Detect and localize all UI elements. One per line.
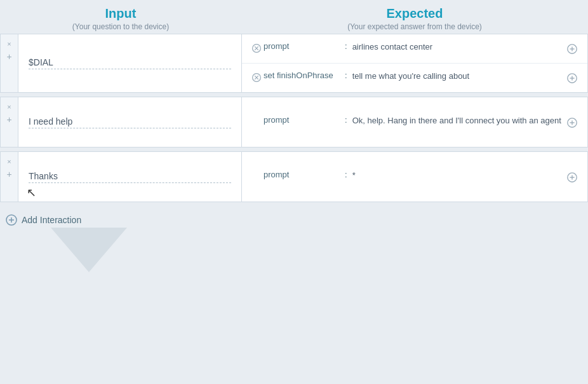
expected-row-3: prompt : Ok, help. Hang in there and I'l… bbox=[242, 108, 587, 137]
add-block-thanks-button[interactable]: + bbox=[4, 168, 15, 180]
prompt-label-4: prompt bbox=[264, 169, 340, 179]
prompt-label-2: set finishOnPhrase bbox=[264, 70, 340, 80]
input-title: Input bbox=[0, 6, 241, 21]
arrow-decoration bbox=[51, 228, 127, 272]
add-expected-row-4-button[interactable] bbox=[565, 170, 580, 185]
remove-block-thanks-button[interactable]: × bbox=[4, 156, 15, 167]
prompt-label-3: prompt bbox=[264, 114, 340, 125]
input-subtitle: (Your question to the device) bbox=[0, 22, 241, 31]
block-input-thanks: Thanks bbox=[18, 152, 242, 202]
add-expected-row-3-button[interactable] bbox=[565, 115, 580, 130]
interaction-block-thanks: × + Thanks prompt : * bbox=[0, 151, 588, 202]
expected-row-4: prompt : * bbox=[242, 163, 587, 191]
remove-row-1-button[interactable] bbox=[250, 41, 264, 55]
interaction-block-help: × + I need help prompt : Ok, help. Hang … bbox=[0, 97, 588, 147]
answer-text-2: tell me what you're calling about bbox=[352, 70, 565, 83]
expected-row-1: prompt : airlines contact center bbox=[242, 34, 587, 64]
remove-row-2-button[interactable] bbox=[250, 71, 264, 85]
add-expected-row-2-button[interactable] bbox=[565, 71, 580, 86]
answer-text-1: airlines contact center bbox=[352, 41, 565, 53]
colon-1: : bbox=[345, 41, 347, 51]
block-expected-help: prompt : Ok, help. Hang in there and I'l… bbox=[242, 97, 587, 147]
remove-block-dial-button[interactable]: × bbox=[4, 38, 15, 50]
header-expected-column: Expected (Your expected answer from the … bbox=[241, 6, 588, 31]
side-controls-help: × + bbox=[1, 97, 18, 147]
header-input-column: Input (Your question to the device) bbox=[0, 6, 241, 31]
colon-2: : bbox=[345, 70, 347, 80]
block-expected-dial: prompt : airlines contact center bbox=[242, 34, 587, 92]
add-block-dial-button[interactable]: + bbox=[4, 51, 15, 62]
expected-subtitle: (Your expected answer from the device) bbox=[241, 22, 588, 31]
block-input-help: I need help bbox=[18, 97, 242, 147]
block-expected-thanks: prompt : * bbox=[242, 152, 587, 202]
answer-text-4: * bbox=[352, 169, 565, 182]
help-input-value: I need help bbox=[29, 116, 231, 128]
page-container: Input (Your question to the device) Expe… bbox=[0, 0, 588, 384]
header-row: Input (Your question to the device) Expe… bbox=[0, 0, 588, 34]
answer-text-3: Ok, help. Hang in there and I'll connect… bbox=[352, 114, 565, 127]
dial-input-value: $DIAL bbox=[29, 57, 231, 69]
expected-title: Expected bbox=[241, 6, 588, 21]
add-expected-row-1-button[interactable] bbox=[565, 41, 580, 57]
add-block-help-button[interactable]: + bbox=[4, 114, 15, 125]
interaction-block-dial: × + $DIAL prompt : bbox=[0, 34, 588, 93]
add-interaction-button[interactable]: Add Interaction bbox=[5, 214, 81, 226]
add-interaction-icon bbox=[5, 214, 18, 226]
prompt-label-1: prompt bbox=[264, 41, 340, 51]
block-input-dial: $DIAL bbox=[18, 34, 242, 92]
expected-row-2: set finishOnPhrase : tell me what you're… bbox=[242, 64, 587, 92]
thanks-input-value: Thanks bbox=[29, 171, 231, 183]
side-controls-thanks: × + bbox=[1, 152, 18, 202]
content-area: × + $DIAL prompt : bbox=[0, 34, 588, 234]
colon-3: : bbox=[345, 114, 347, 125]
remove-block-help-button[interactable]: × bbox=[4, 101, 15, 113]
add-interaction-label: Add Interaction bbox=[22, 215, 81, 225]
side-controls-dial: × + bbox=[1, 34, 18, 92]
colon-4: : bbox=[345, 169, 347, 179]
